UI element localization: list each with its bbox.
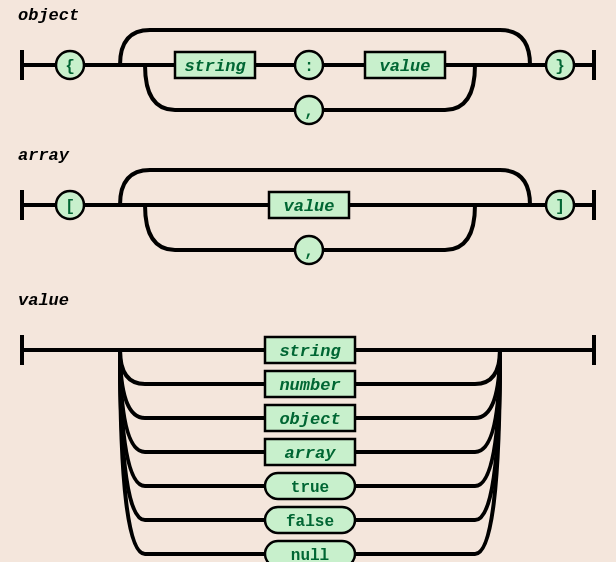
nonterminal-number-label: number <box>279 376 340 395</box>
railroad-diagram-set: .rail { fill:none; stroke:#000; stroke-w… <box>0 0 616 562</box>
terminal-comma-object-label: , <box>304 103 314 121</box>
nonterminal-object-label: object <box>279 410 340 429</box>
nonterminal-value-array-label: value <box>283 197 334 216</box>
terminal-true-label: true <box>291 479 329 497</box>
nonterminal-string-label: string <box>184 57 246 76</box>
diagram-array: array [ value ] , <box>18 146 594 264</box>
terminal-open-brace-label: { <box>65 58 75 76</box>
terminal-open-bracket-label: [ <box>65 198 75 216</box>
terminal-null-label: null <box>291 547 329 562</box>
terminal-false-label: false <box>286 513 334 531</box>
diagram-title-value: value <box>18 291 69 310</box>
diagram-title-object: object <box>18 6 79 25</box>
terminal-close-bracket-label: ] <box>555 198 565 216</box>
nonterminal-array-label: array <box>284 444 336 463</box>
terminal-close-brace-label: } <box>555 58 565 76</box>
diagram-value: value stringnumberobjectarraytruefalsenu… <box>18 291 594 562</box>
nonterminal-value-label: value <box>379 57 430 76</box>
diagram-title-array: array <box>18 146 70 165</box>
diagram-object: object { string : value } , <box>18 6 594 124</box>
nonterminal-string-label: string <box>279 342 341 361</box>
terminal-comma-array-label: , <box>304 243 314 261</box>
value-alternatives: stringnumberobjectarraytruefalsenull <box>120 337 500 562</box>
terminal-colon-label: : <box>304 58 314 76</box>
